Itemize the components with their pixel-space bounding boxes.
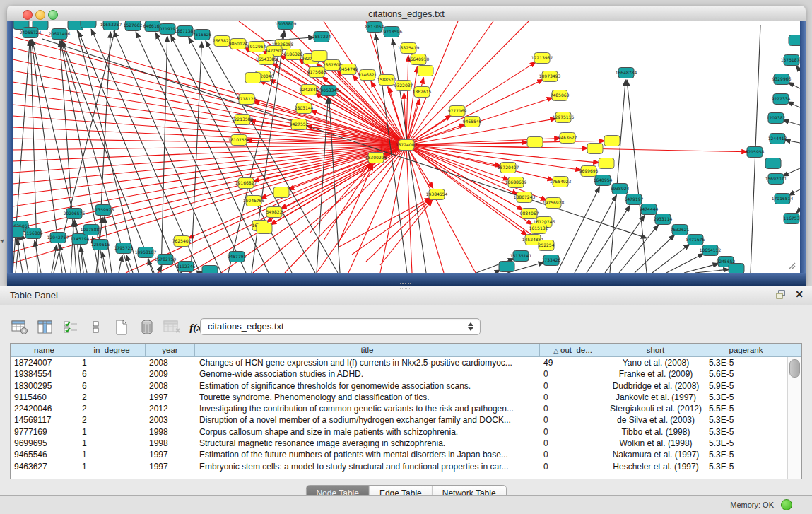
table-row[interactable]: 1938455462009Genome-wide association stu… <box>11 368 787 380</box>
graph-node[interactable]: 10688609 <box>505 177 527 188</box>
table-cell[interactable]: Stergiakouli et al. (2012) <box>606 403 705 414</box>
graph-edge-red[interactable] <box>406 145 748 152</box>
graph-node[interactable]: 6479197 <box>625 194 644 205</box>
table-cell[interactable]: 19384554 <box>11 368 78 380</box>
graph-node[interactable]: 19756928 <box>543 198 565 209</box>
table-cell[interactable]: 1997 <box>146 392 195 403</box>
graph-edge-black[interactable] <box>575 195 616 273</box>
graph-node[interactable]: 15046766 <box>243 196 265 206</box>
table-cell[interactable]: Estimation of the future numbers of pati… <box>195 449 540 460</box>
table-cell[interactable]: 5.3E-5 <box>705 426 787 438</box>
graph-node[interactable]: 12942757 <box>47 233 69 243</box>
graph-node[interactable]: 1156809 <box>24 228 43 239</box>
graph-node[interactable]: 16543382 <box>256 54 278 65</box>
graph-node[interactable]: 15720407 <box>498 163 519 173</box>
graph-edge-black[interactable] <box>652 244 690 273</box>
table-row[interactable]: 1456911722003Disruption of a novel membe… <box>11 414 787 426</box>
graph-node[interactable] <box>273 187 289 198</box>
graph-edge-black[interactable] <box>796 66 800 71</box>
table-cell[interactable]: 1 <box>78 449 146 460</box>
graph-edge-red[interactable] <box>406 145 599 163</box>
table-cell[interactable]: 1 <box>78 426 146 438</box>
graph-node[interactable]: 19384554 <box>426 189 448 200</box>
graph-node[interactable]: 15135141 <box>510 251 532 262</box>
table-cell[interactable]: 18724007 <box>11 357 78 368</box>
graph-node[interactable] <box>499 262 514 272</box>
table-cell[interactable]: 2 <box>78 403 146 414</box>
table-cell[interactable]: Dudbridge et al. (2008) <box>606 380 705 392</box>
graph-edge-black[interactable] <box>155 33 269 273</box>
table-cell[interactable]: 1998 <box>146 426 195 438</box>
table-cell[interactable]: 0 <box>540 426 606 438</box>
graph-node[interactable]: 1192346 <box>177 262 196 272</box>
table-cell[interactable]: 5.3E-5 <box>705 414 787 426</box>
table-cell[interactable]: 0 <box>540 392 606 403</box>
table-row[interactable]: 2242004622012Investigating the contribut… <box>11 403 787 414</box>
table-cell[interactable]: 2008 <box>146 357 195 368</box>
table-row[interactable]: 946554611997Estimation of the future num… <box>11 449 787 460</box>
table-cell[interactable]: 2 <box>78 392 146 403</box>
graph-node[interactable]: 1209387 <box>767 113 786 124</box>
table-row[interactable]: 911546021997Tourette syndrome. Phenomeno… <box>11 392 787 403</box>
scrollbar-thumb[interactable] <box>789 359 800 378</box>
row-toggle-icon[interactable] <box>86 317 105 337</box>
graph-node[interactable]: 17654923 <box>550 177 572 187</box>
graph-node[interactable]: 9227334 <box>772 94 791 105</box>
graph-edge-red[interactable] <box>406 145 510 180</box>
graph-node[interactable] <box>202 266 218 274</box>
graph-node[interactable]: 9329966 <box>772 74 792 85</box>
graph-edge-black[interactable] <box>789 189 800 195</box>
graph-node[interactable] <box>604 136 620 146</box>
graph-node[interactable]: 1588520 <box>377 75 396 86</box>
graph-node[interactable]: 1250515 <box>91 240 110 250</box>
graph-node[interactable] <box>527 137 543 148</box>
graph-edge-black[interactable] <box>666 254 704 273</box>
vertical-scrollbar[interactable] <box>787 357 801 479</box>
graph-node[interactable]: 24055724 <box>20 28 42 38</box>
column-header-pagerank[interactable]: pagerank <box>705 344 787 356</box>
table-cell[interactable]: Franke et al. (2009) <box>606 368 705 380</box>
table-cell[interactable]: Estimation of significance thresholds fo… <box>195 380 540 392</box>
graph-node[interactable]: 12975115 <box>553 112 575 123</box>
table-cell[interactable]: Yano et al. (2008) <box>606 357 705 368</box>
table-cell[interactable]: Corpus callosum shape and size in male p… <box>195 426 540 438</box>
graph-node[interactable] <box>765 158 781 169</box>
graph-node[interactable]: 8471676 <box>686 235 705 245</box>
table-cell[interactable]: de Silva et al. (2003) <box>606 414 705 426</box>
graph-node[interactable]: 17359928 <box>93 205 114 216</box>
graph-node[interactable]: 8186328 <box>284 49 303 60</box>
graph-node[interactable]: 16648784 <box>616 68 637 78</box>
graph-node[interactable]: 7625402 <box>172 236 192 247</box>
graph-edge-red[interactable] <box>338 164 373 245</box>
table-row[interactable]: 946362711997Embryonic stem cells: a mode… <box>11 461 787 472</box>
table-cell[interactable]: 0 <box>540 368 606 380</box>
table-cell[interactable]: 1 <box>78 461 146 472</box>
table-cell[interactable]: 5.5E-5 <box>705 403 787 414</box>
graph-node[interactable]: 10653257 <box>100 21 122 30</box>
table-cell[interactable]: Disruption of a novel member of a sodium… <box>195 414 540 426</box>
selection-checklist-icon[interactable] <box>61 317 80 337</box>
graph-edge-black[interactable] <box>52 245 57 273</box>
graph-node[interactable] <box>312 51 327 62</box>
table-cell[interactable]: 1997 <box>146 461 195 472</box>
graph-node[interactable]: 1795725 <box>114 243 134 254</box>
table-cell[interactable]: 49 <box>540 357 606 368</box>
table-cell[interactable]: Genome-wide association studies in ADHD. <box>195 368 540 380</box>
collapsed-panel-arrow-icon[interactable]: ➤ <box>0 237 6 245</box>
graph-node[interactable]: 16782759 <box>155 255 177 265</box>
graph-node[interactable]: 9463627 <box>558 133 577 144</box>
table-cell[interactable]: 9777169 <box>11 426 78 438</box>
graph-edge-black[interactable] <box>610 80 625 273</box>
column-header-title[interactable]: title <box>195 344 540 356</box>
graph-edge-black[interactable] <box>98 32 110 273</box>
network-canvas[interactable]: 2405572420691406106532571527602646616010… <box>13 21 800 273</box>
table-cell[interactable]: 0 <box>540 449 606 460</box>
graph-edge-black[interactable] <box>81 246 83 273</box>
table-row[interactable]: 1830029562008Estimation of significance … <box>11 380 787 392</box>
graph-edge-red[interactable] <box>13 37 406 145</box>
close-panel-icon[interactable]: ✕ <box>795 288 804 300</box>
graph-node[interactable]: 9175685 <box>307 67 326 78</box>
table-cell[interactable]: 14569117 <box>11 414 78 426</box>
graph-edge-red[interactable] <box>13 25 406 145</box>
graph-node[interactable]: 1615132 <box>529 223 548 234</box>
